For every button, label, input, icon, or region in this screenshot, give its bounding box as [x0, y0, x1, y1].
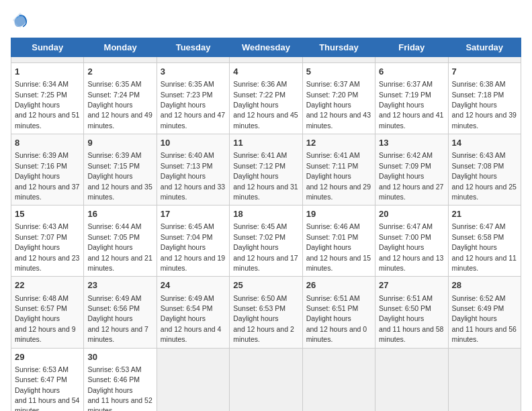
cell-info: Sunrise: 6:45 AMSunset: 7:02 PMDaylight … [233, 222, 298, 272]
day-number: 23 [87, 279, 152, 291]
calendar-cell: 8Sunrise: 6:39 AMSunset: 7:16 PMDaylight… [11, 134, 84, 205]
cell-info: Sunrise: 6:36 AMSunset: 7:22 PMDaylight … [233, 80, 298, 130]
calendar-cell: 18Sunrise: 6:45 AMSunset: 7:02 PMDayligh… [230, 205, 302, 277]
calendar-cell [230, 57, 302, 63]
day-number: 12 [306, 137, 371, 149]
calendar-cell: 29Sunrise: 6:53 AMSunset: 6:47 PMDayligh… [11, 348, 84, 411]
day-number: 3 [161, 66, 226, 78]
calendar-cell: 5Sunrise: 6:37 AMSunset: 7:20 PMDaylight… [302, 63, 375, 134]
cell-info: Sunrise: 6:51 AMSunset: 6:51 PMDaylight … [306, 294, 367, 344]
col-header-thursday: Thursday [302, 38, 375, 57]
calendar-cell [448, 57, 521, 63]
day-number: 14 [452, 137, 517, 149]
cell-info: Sunrise: 6:47 AMSunset: 6:58 PMDaylight … [452, 222, 517, 272]
calendar-cell [302, 348, 375, 411]
day-number: 16 [87, 208, 152, 220]
cell-info: Sunrise: 6:49 AMSunset: 6:56 PMDaylight … [87, 294, 148, 344]
calendar-cell: 3Sunrise: 6:35 AMSunset: 7:23 PMDaylight… [157, 63, 229, 134]
calendar-cell: 13Sunrise: 6:42 AMSunset: 7:09 PMDayligh… [375, 134, 448, 205]
day-number: 26 [306, 279, 371, 291]
day-number: 22 [15, 279, 80, 291]
day-number: 28 [452, 279, 517, 291]
cell-info: Sunrise: 6:38 AMSunset: 7:18 PMDaylight … [452, 80, 517, 130]
calendar-cell [157, 57, 229, 63]
calendar-cell [448, 348, 521, 411]
cell-info: Sunrise: 6:41 AMSunset: 7:12 PMDaylight … [233, 151, 298, 201]
calendar-cell: 6Sunrise: 6:37 AMSunset: 7:19 PMDaylight… [375, 63, 448, 134]
calendar-cell: 10Sunrise: 6:40 AMSunset: 7:13 PMDayligh… [157, 134, 229, 205]
cell-info: Sunrise: 6:53 AMSunset: 6:46 PMDaylight … [87, 365, 152, 411]
col-header-saturday: Saturday [448, 38, 521, 57]
logo [11, 11, 32, 30]
day-number: 13 [379, 137, 444, 149]
week-row: 22Sunrise: 6:48 AMSunset: 6:57 PMDayligh… [11, 277, 521, 348]
day-number: 15 [15, 208, 80, 220]
logo-icon [11, 11, 30, 30]
day-number: 5 [306, 66, 371, 78]
day-number: 8 [15, 137, 80, 149]
day-number: 19 [306, 208, 371, 220]
week-row: 1Sunrise: 6:34 AMSunset: 7:25 PMDaylight… [11, 63, 521, 134]
cell-info: Sunrise: 6:43 AMSunset: 7:08 PMDaylight … [452, 151, 517, 201]
cell-info: Sunrise: 6:42 AMSunset: 7:09 PMDaylight … [379, 151, 443, 201]
day-number: 24 [161, 279, 226, 291]
day-number: 10 [161, 137, 226, 149]
cell-info: Sunrise: 6:51 AMSunset: 6:50 PMDaylight … [379, 294, 443, 344]
calendar-cell: 21Sunrise: 6:47 AMSunset: 6:58 PMDayligh… [448, 205, 521, 277]
calendar-cell: 24Sunrise: 6:49 AMSunset: 6:54 PMDayligh… [157, 277, 229, 348]
page-header [11, 11, 521, 30]
calendar-cell: 12Sunrise: 6:41 AMSunset: 7:11 PMDayligh… [302, 134, 375, 205]
calendar-table: SundayMondayTuesdayWednesdayThursdayFrid… [11, 38, 521, 411]
calendar-cell [84, 57, 157, 63]
calendar-cell [11, 57, 84, 63]
col-header-sunday: Sunday [11, 38, 84, 57]
day-number: 29 [15, 351, 80, 363]
calendar-cell: 7Sunrise: 6:38 AMSunset: 7:18 PMDaylight… [448, 63, 521, 134]
day-number: 1 [15, 66, 80, 78]
day-number: 25 [233, 279, 298, 291]
calendar-cell: 17Sunrise: 6:45 AMSunset: 7:04 PMDayligh… [157, 205, 229, 277]
calendar-cell [302, 57, 375, 63]
calendar-cell: 4Sunrise: 6:36 AMSunset: 7:22 PMDaylight… [230, 63, 302, 134]
calendar-cell: 19Sunrise: 6:46 AMSunset: 7:01 PMDayligh… [302, 205, 375, 277]
cell-info: Sunrise: 6:37 AMSunset: 7:19 PMDaylight … [379, 80, 443, 130]
calendar-cell: 9Sunrise: 6:39 AMSunset: 7:15 PMDaylight… [84, 134, 157, 205]
cell-info: Sunrise: 6:39 AMSunset: 7:15 PMDaylight … [87, 151, 152, 201]
calendar-cell [230, 348, 302, 411]
day-number: 18 [233, 208, 298, 220]
calendar-cell: 26Sunrise: 6:51 AMSunset: 6:51 PMDayligh… [302, 277, 375, 348]
calendar-cell [375, 348, 448, 411]
col-header-tuesday: Tuesday [157, 38, 229, 57]
week-row: 8Sunrise: 6:39 AMSunset: 7:16 PMDaylight… [11, 134, 521, 205]
week-row: 29Sunrise: 6:53 AMSunset: 6:47 PMDayligh… [11, 348, 521, 411]
day-number: 9 [87, 137, 152, 149]
cell-info: Sunrise: 6:49 AMSunset: 6:54 PMDaylight … [161, 294, 222, 344]
calendar-cell: 16Sunrise: 6:44 AMSunset: 7:05 PMDayligh… [84, 205, 157, 277]
day-number: 17 [161, 208, 226, 220]
cell-info: Sunrise: 6:48 AMSunset: 6:57 PMDaylight … [15, 294, 76, 344]
cell-info: Sunrise: 6:47 AMSunset: 7:00 PMDaylight … [379, 222, 443, 272]
cell-info: Sunrise: 6:44 AMSunset: 7:05 PMDaylight … [87, 222, 152, 272]
day-number: 20 [379, 208, 444, 220]
day-number: 27 [379, 279, 444, 291]
cell-info: Sunrise: 6:35 AMSunset: 7:24 PMDaylight … [87, 80, 152, 130]
cell-info: Sunrise: 6:39 AMSunset: 7:16 PMDaylight … [15, 151, 79, 201]
calendar-cell: 14Sunrise: 6:43 AMSunset: 7:08 PMDayligh… [448, 134, 521, 205]
cell-info: Sunrise: 6:43 AMSunset: 7:07 PMDaylight … [15, 222, 79, 272]
cell-info: Sunrise: 6:52 AMSunset: 6:49 PMDaylight … [452, 294, 517, 344]
calendar-cell: 20Sunrise: 6:47 AMSunset: 7:00 PMDayligh… [375, 205, 448, 277]
calendar-cell: 25Sunrise: 6:50 AMSunset: 6:53 PMDayligh… [230, 277, 302, 348]
cell-info: Sunrise: 6:34 AMSunset: 7:25 PMDaylight … [15, 80, 79, 130]
cell-info: Sunrise: 6:50 AMSunset: 6:53 PMDaylight … [233, 294, 294, 344]
day-number: 7 [452, 66, 517, 78]
calendar-cell: 22Sunrise: 6:48 AMSunset: 6:57 PMDayligh… [11, 277, 84, 348]
cell-info: Sunrise: 6:37 AMSunset: 7:20 PMDaylight … [306, 80, 371, 130]
week-row: 15Sunrise: 6:43 AMSunset: 7:07 PMDayligh… [11, 205, 521, 277]
col-header-friday: Friday [375, 38, 448, 57]
cell-info: Sunrise: 6:35 AMSunset: 7:23 PMDaylight … [161, 80, 225, 130]
calendar-cell [157, 348, 229, 411]
day-number: 11 [233, 137, 298, 149]
day-number: 2 [87, 66, 152, 78]
calendar-cell: 2Sunrise: 6:35 AMSunset: 7:24 PMDaylight… [84, 63, 157, 134]
calendar-cell: 30Sunrise: 6:53 AMSunset: 6:46 PMDayligh… [84, 348, 157, 411]
